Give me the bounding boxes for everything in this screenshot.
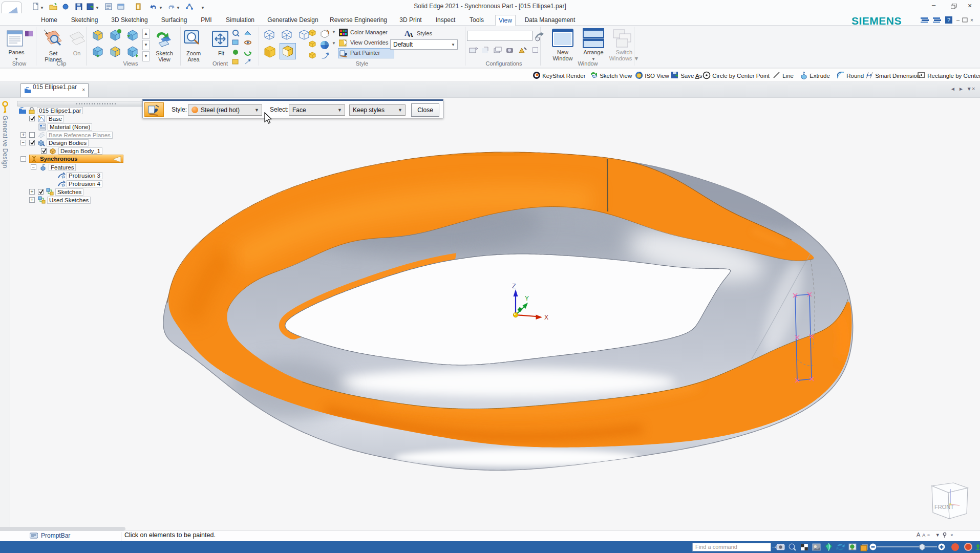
svg-text:×: × bbox=[970, 17, 973, 23]
svg-text:Z: Z bbox=[512, 283, 516, 290]
svg-text:X: X bbox=[544, 314, 548, 321]
svg-text:FRONT: FRONT bbox=[934, 504, 954, 510]
svg-text:Y: Y bbox=[525, 295, 529, 302]
svg-text:–: – bbox=[956, 17, 960, 23]
svg-text:A: A bbox=[409, 31, 413, 38]
svg-text:?: ? bbox=[947, 17, 950, 23]
